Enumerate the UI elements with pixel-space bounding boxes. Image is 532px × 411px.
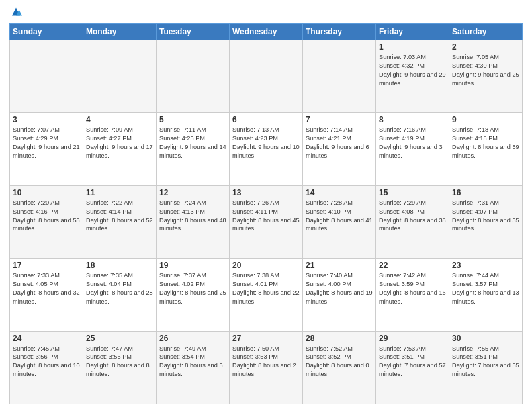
week-row-4: 17Sunrise: 7:33 AM Sunset: 4:05 PM Dayli… (10, 259, 523, 331)
calendar-cell: 10Sunrise: 7:20 AM Sunset: 4:16 PM Dayli… (10, 185, 83, 258)
day-info: Sunrise: 7:33 AM Sunset: 4:05 PM Dayligh… (13, 271, 80, 306)
day-number: 25 (86, 334, 153, 343)
day-info: Sunrise: 7:14 AM Sunset: 4:21 PM Dayligh… (306, 126, 373, 161)
day-number: 30 (452, 334, 519, 343)
day-info: Sunrise: 7:37 AM Sunset: 4:02 PM Dayligh… (159, 271, 226, 306)
day-number: 24 (13, 334, 80, 343)
day-number: 7 (306, 115, 373, 124)
day-info: Sunrise: 7:11 AM Sunset: 4:25 PM Dayligh… (159, 126, 226, 161)
day-info: Sunrise: 7:03 AM Sunset: 4:32 PM Dayligh… (379, 53, 446, 88)
day-number: 2 (452, 42, 519, 52)
week-row-5: 24Sunrise: 7:45 AM Sunset: 3:56 PM Dayli… (10, 331, 523, 404)
calendar-cell: 16Sunrise: 7:31 AM Sunset: 4:07 PM Dayli… (449, 185, 523, 258)
day-number: 12 (159, 188, 226, 197)
weekday-tuesday: Tuesday (157, 24, 230, 40)
calendar-cell: 1Sunrise: 7:03 AM Sunset: 4:32 PM Daylig… (376, 40, 449, 113)
day-info: Sunrise: 7:09 AM Sunset: 4:27 PM Dayligh… (86, 126, 153, 161)
calendar-cell: 29Sunrise: 7:53 AM Sunset: 3:51 PM Dayli… (376, 331, 449, 404)
day-number: 6 (232, 115, 300, 124)
day-info: Sunrise: 7:20 AM Sunset: 4:16 PM Dayligh… (13, 199, 80, 234)
logo-icon (10, 7, 22, 19)
day-info: Sunrise: 7:28 AM Sunset: 4:10 PM Dayligh… (306, 199, 373, 234)
day-number: 13 (232, 188, 300, 197)
calendar-cell: 23Sunrise: 7:44 AM Sunset: 3:57 PM Dayli… (449, 259, 523, 331)
logo (9, 7, 24, 19)
day-number: 1 (379, 42, 446, 52)
day-info: Sunrise: 7:22 AM Sunset: 4:14 PM Dayligh… (86, 199, 153, 234)
calendar-cell: 14Sunrise: 7:28 AM Sunset: 4:10 PM Dayli… (303, 185, 376, 258)
day-info: Sunrise: 7:50 AM Sunset: 3:53 PM Dayligh… (232, 345, 300, 379)
page: SundayMondayTuesdayWednesdayThursdayFrid… (0, 0, 532, 411)
day-info: Sunrise: 7:44 AM Sunset: 3:57 PM Dayligh… (452, 271, 519, 306)
calendar-cell: 24Sunrise: 7:45 AM Sunset: 3:56 PM Dayli… (10, 331, 83, 404)
day-number: 22 (379, 261, 446, 270)
calendar-cell: 3Sunrise: 7:07 AM Sunset: 4:29 PM Daylig… (10, 113, 83, 185)
day-info: Sunrise: 7:45 AM Sunset: 3:56 PM Dayligh… (13, 345, 80, 379)
calendar-cell (303, 40, 376, 113)
day-info: Sunrise: 7:49 AM Sunset: 3:54 PM Dayligh… (159, 345, 226, 379)
calendar-cell (230, 40, 303, 113)
weekday-monday: Monday (83, 24, 157, 40)
calendar-cell: 7Sunrise: 7:14 AM Sunset: 4:21 PM Daylig… (303, 113, 376, 185)
calendar-cell: 20Sunrise: 7:38 AM Sunset: 4:01 PM Dayli… (230, 259, 303, 331)
weekday-saturday: Saturday (449, 24, 523, 40)
day-info: Sunrise: 7:16 AM Sunset: 4:19 PM Dayligh… (379, 126, 446, 161)
day-info: Sunrise: 7:07 AM Sunset: 4:29 PM Dayligh… (13, 126, 80, 161)
day-info: Sunrise: 7:31 AM Sunset: 4:07 PM Dayligh… (452, 199, 519, 234)
day-info: Sunrise: 7:38 AM Sunset: 4:01 PM Dayligh… (232, 271, 300, 306)
calendar-cell: 25Sunrise: 7:47 AM Sunset: 3:55 PM Dayli… (83, 331, 157, 404)
calendar-cell: 6Sunrise: 7:13 AM Sunset: 4:23 PM Daylig… (230, 113, 303, 185)
day-number: 8 (379, 115, 446, 124)
day-info: Sunrise: 7:52 AM Sunset: 3:52 PM Dayligh… (306, 345, 373, 379)
day-number: 16 (452, 188, 519, 197)
day-info: Sunrise: 7:13 AM Sunset: 4:23 PM Dayligh… (232, 126, 300, 161)
week-row-2: 3Sunrise: 7:07 AM Sunset: 4:29 PM Daylig… (10, 113, 523, 185)
day-info: Sunrise: 7:40 AM Sunset: 4:00 PM Dayligh… (306, 271, 373, 306)
calendar-cell: 22Sunrise: 7:42 AM Sunset: 3:59 PM Dayli… (376, 259, 449, 331)
weekday-wednesday: Wednesday (230, 24, 303, 40)
week-row-3: 10Sunrise: 7:20 AM Sunset: 4:16 PM Dayli… (10, 185, 523, 258)
calendar-cell: 11Sunrise: 7:22 AM Sunset: 4:14 PM Dayli… (83, 185, 157, 258)
calendar-cell (10, 40, 83, 113)
day-number: 20 (232, 261, 300, 270)
day-info: Sunrise: 7:26 AM Sunset: 4:11 PM Dayligh… (232, 199, 300, 234)
day-info: Sunrise: 7:29 AM Sunset: 4:08 PM Dayligh… (379, 199, 446, 234)
calendar-cell: 8Sunrise: 7:16 AM Sunset: 4:19 PM Daylig… (376, 113, 449, 185)
calendar-cell: 5Sunrise: 7:11 AM Sunset: 4:25 PM Daylig… (157, 113, 230, 185)
day-number: 28 (306, 334, 373, 343)
calendar-cell (157, 40, 230, 113)
calendar-cell: 18Sunrise: 7:35 AM Sunset: 4:04 PM Dayli… (83, 259, 157, 331)
day-info: Sunrise: 7:53 AM Sunset: 3:51 PM Dayligh… (379, 345, 446, 379)
day-number: 11 (86, 188, 153, 197)
calendar-cell (83, 40, 157, 113)
calendar-cell: 2Sunrise: 7:05 AM Sunset: 4:30 PM Daylig… (449, 40, 523, 113)
day-number: 14 (306, 188, 373, 197)
calendar-table: SundayMondayTuesdayWednesdayThursdayFrid… (9, 23, 523, 404)
day-info: Sunrise: 7:42 AM Sunset: 3:59 PM Dayligh… (379, 271, 446, 306)
calendar-cell: 4Sunrise: 7:09 AM Sunset: 4:27 PM Daylig… (83, 113, 157, 185)
calendar-cell: 17Sunrise: 7:33 AM Sunset: 4:05 PM Dayli… (10, 259, 83, 331)
calendar-cell: 26Sunrise: 7:49 AM Sunset: 3:54 PM Dayli… (157, 331, 230, 404)
day-number: 27 (232, 334, 300, 343)
day-info: Sunrise: 7:35 AM Sunset: 4:04 PM Dayligh… (86, 271, 153, 306)
weekday-friday: Friday (376, 24, 449, 40)
day-number: 15 (379, 188, 446, 197)
calendar-cell: 19Sunrise: 7:37 AM Sunset: 4:02 PM Dayli… (157, 259, 230, 331)
calendar-cell: 28Sunrise: 7:52 AM Sunset: 3:52 PM Dayli… (303, 331, 376, 404)
day-info: Sunrise: 7:24 AM Sunset: 4:13 PM Dayligh… (159, 199, 226, 234)
calendar-cell: 27Sunrise: 7:50 AM Sunset: 3:53 PM Dayli… (230, 331, 303, 404)
day-info: Sunrise: 7:47 AM Sunset: 3:55 PM Dayligh… (86, 345, 153, 379)
day-info: Sunrise: 7:18 AM Sunset: 4:18 PM Dayligh… (452, 126, 519, 161)
calendar-cell: 9Sunrise: 7:18 AM Sunset: 4:18 PM Daylig… (449, 113, 523, 185)
day-number: 19 (159, 261, 226, 270)
day-number: 18 (86, 261, 153, 270)
day-number: 5 (159, 115, 226, 124)
weekday-header-row: SundayMondayTuesdayWednesdayThursdayFrid… (10, 24, 523, 40)
day-number: 21 (306, 261, 373, 270)
weekday-sunday: Sunday (10, 24, 83, 40)
day-number: 29 (379, 334, 446, 343)
day-number: 9 (452, 115, 519, 124)
week-row-1: 1Sunrise: 7:03 AM Sunset: 4:32 PM Daylig… (10, 40, 523, 113)
day-info: Sunrise: 7:55 AM Sunset: 3:51 PM Dayligh… (452, 345, 519, 379)
calendar-cell: 15Sunrise: 7:29 AM Sunset: 4:08 PM Dayli… (376, 185, 449, 258)
